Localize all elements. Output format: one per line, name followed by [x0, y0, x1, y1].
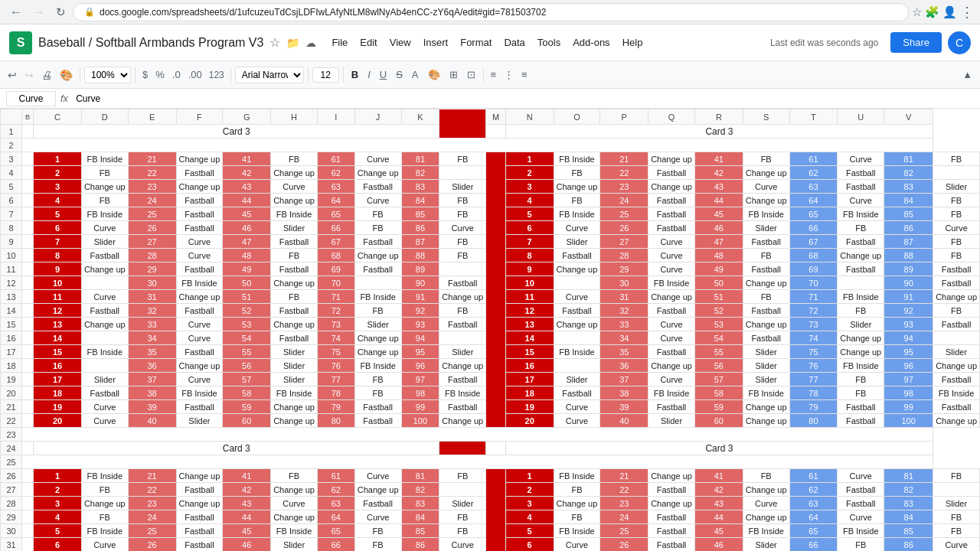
- table-cell[interactable]: [439, 331, 486, 345]
- table-cell[interactable]: Fastball: [554, 386, 600, 400]
- table-cell[interactable]: [838, 276, 884, 290]
- table-cell[interactable]: FB: [933, 207, 980, 221]
- table-cell[interactable]: Slider: [271, 221, 318, 235]
- table-cell[interactable]: FB: [271, 152, 318, 166]
- table-cell[interactable]: Change up: [176, 497, 223, 510]
- table-cell[interactable]: 43: [694, 180, 743, 194]
- align-center-button[interactable]: ⋮: [501, 67, 517, 83]
- table-cell[interactable]: Curve: [354, 152, 401, 166]
- table-cell[interactable]: [22, 345, 34, 359]
- table-cell[interactable]: 7: [505, 235, 554, 249]
- col-header-s[interactable]: S: [743, 109, 789, 125]
- table-cell[interactable]: Fastball: [743, 235, 789, 249]
- table-cell[interactable]: 27: [600, 235, 648, 249]
- table-cell[interactable]: 42: [694, 483, 743, 497]
- table-cell[interactable]: Fastball: [439, 276, 486, 290]
- table-cell[interactable]: 91: [401, 290, 439, 304]
- table-cell[interactable]: 4: [34, 510, 82, 524]
- table-cell[interactable]: Fastball: [933, 262, 980, 276]
- table-cell[interactable]: Fastball: [838, 262, 884, 276]
- table-cell[interactable]: 65: [317, 207, 354, 221]
- table-cell[interactable]: 97: [401, 373, 439, 386]
- table-cell[interactable]: 23: [128, 180, 176, 194]
- table-cell[interactable]: Slider: [354, 318, 401, 331]
- table-cell[interactable]: FB Inside: [554, 524, 600, 538]
- table-cell[interactable]: 36: [128, 359, 176, 373]
- table-cell[interactable]: FB: [933, 235, 980, 249]
- table-cell[interactable]: Curve: [354, 194, 401, 207]
- table-cell[interactable]: 46: [694, 538, 743, 552]
- table-cell[interactable]: 3: [34, 180, 82, 194]
- table-cell[interactable]: Curve: [271, 497, 318, 510]
- table-cell[interactable]: 71: [317, 290, 354, 304]
- table-cell[interactable]: 73: [789, 318, 838, 331]
- table-cell[interactable]: Change up: [271, 166, 318, 180]
- table-cell[interactable]: Fastball: [743, 304, 789, 318]
- table-cell[interactable]: 41: [694, 469, 743, 483]
- table-cell[interactable]: FB: [838, 538, 884, 552]
- table-cell[interactable]: 96: [401, 359, 439, 373]
- table-cell[interactable]: 19: [505, 400, 554, 414]
- share-button[interactable]: Share: [890, 32, 942, 53]
- currency-button[interactable]: $: [139, 67, 151, 83]
- table-cell[interactable]: Slider: [271, 345, 318, 359]
- table-cell[interactable]: 49: [223, 262, 271, 276]
- table-cell[interactable]: Change up: [838, 331, 884, 345]
- table-cell[interactable]: 36: [600, 359, 648, 373]
- table-cell[interactable]: Fastball: [176, 538, 223, 552]
- table-cell[interactable]: Change up: [271, 510, 318, 524]
- table-cell[interactable]: [22, 180, 34, 194]
- table-cell[interactable]: Curve: [648, 318, 695, 331]
- table-cell[interactable]: 50: [223, 276, 271, 290]
- table-cell[interactable]: 17: [505, 373, 554, 386]
- table-cell[interactable]: 55: [694, 345, 743, 359]
- table-cell[interactable]: Change up: [743, 400, 789, 414]
- table-cell[interactable]: FB: [439, 207, 486, 221]
- forward-button[interactable]: →: [29, 3, 49, 21]
- redo-button[interactable]: ↪: [21, 67, 37, 83]
- table-cell[interactable]: 84: [401, 194, 439, 207]
- table-cell[interactable]: FB: [271, 290, 318, 304]
- percent-button[interactable]: %: [152, 67, 168, 83]
- table-cell[interactable]: 37: [128, 373, 176, 386]
- table-cell[interactable]: 83: [401, 497, 439, 510]
- table-cell[interactable]: Change up: [648, 290, 695, 304]
- table-cell[interactable]: FB: [554, 166, 600, 180]
- table-cell[interactable]: 43: [694, 497, 743, 510]
- table-cell[interactable]: 56: [223, 359, 271, 373]
- table-cell[interactable]: FB: [271, 469, 318, 483]
- table-cell[interactable]: FB: [439, 510, 486, 524]
- table-cell[interactable]: Change up: [838, 249, 884, 262]
- table-cell[interactable]: Fastball: [176, 166, 223, 180]
- table-cell[interactable]: Curve: [271, 180, 318, 194]
- table-cell[interactable]: [22, 359, 34, 373]
- table-cell[interactable]: 39: [128, 400, 176, 414]
- table-cell[interactable]: 69: [317, 262, 354, 276]
- table-cell[interactable]: 21: [600, 469, 648, 483]
- table-cell[interactable]: 39: [600, 400, 648, 414]
- table-cell[interactable]: 83: [884, 180, 933, 194]
- table-cell[interactable]: [22, 221, 34, 235]
- table-cell[interactable]: [81, 331, 128, 345]
- table-cell[interactable]: FB Inside: [648, 276, 695, 290]
- table-cell[interactable]: [22, 249, 34, 262]
- table-cell[interactable]: 19: [34, 400, 82, 414]
- table-cell[interactable]: 57: [223, 373, 271, 386]
- table-cell[interactable]: Slider: [554, 373, 600, 386]
- table-cell[interactable]: 37: [600, 373, 648, 386]
- table-cell[interactable]: Curve: [176, 249, 223, 262]
- table-cell[interactable]: 88: [401, 249, 439, 262]
- table-cell[interactable]: 13: [505, 318, 554, 331]
- table-cell[interactable]: [22, 469, 34, 483]
- table-cell[interactable]: 17: [34, 373, 82, 386]
- table-cell[interactable]: 26: [600, 538, 648, 552]
- table-cell[interactable]: Fastball: [271, 262, 318, 276]
- table-cell[interactable]: [486, 442, 506, 455]
- table-cell[interactable]: 62: [789, 166, 838, 180]
- table-cell[interactable]: FB Inside: [838, 359, 884, 373]
- table-cell[interactable]: 68: [789, 249, 838, 262]
- table-cell[interactable]: 42: [223, 166, 271, 180]
- table-cell[interactable]: 46: [223, 538, 271, 552]
- table-cell[interactable]: FB Inside: [271, 386, 318, 400]
- decimal-decrease-button[interactable]: .0: [169, 67, 184, 83]
